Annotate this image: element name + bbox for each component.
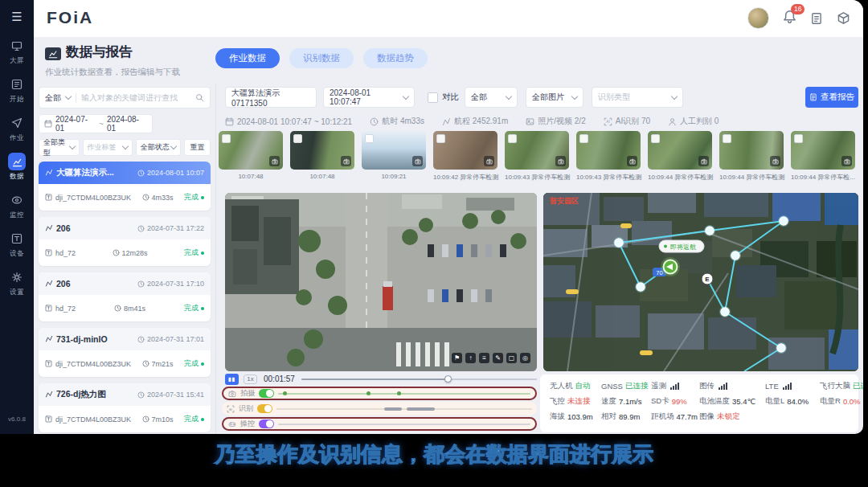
date-range-picker[interactable]: 2024-07-01 ~ 2024-08-01	[39, 114, 153, 133]
tab-recognition-data[interactable]: 识别数据	[289, 48, 354, 68]
filter-images-select[interactable]: 全部图片	[526, 87, 583, 108]
device-icon	[45, 194, 52, 201]
job-name-input[interactable]: 大疆算法演示07171350	[225, 87, 317, 108]
flight-time-select[interactable]: 2024-08-01 10:07:47	[323, 87, 415, 108]
pin-icon[interactable]: ◎	[520, 353, 530, 363]
menu-toggle-icon[interactable]: ☰	[11, 10, 22, 23]
thumbnail-checkbox[interactable]	[436, 134, 445, 143]
thumbnail-checkbox[interactable]	[579, 134, 588, 143]
thumbnail-checkbox[interactable]	[651, 134, 660, 143]
flag-icon[interactable]: ⚑	[452, 353, 462, 363]
telemetry-value: 89.9m	[619, 412, 640, 421]
media-thumbnail[interactable]: 10:09:44 异常停车检测	[648, 131, 712, 182]
app-version: v6.0.8	[0, 415, 34, 423]
telemetry-label: GNSS	[601, 382, 623, 391]
report-icon[interactable]	[810, 12, 823, 25]
track-toggle[interactable]	[259, 389, 274, 398]
track-toggle[interactable]	[259, 419, 274, 428]
thumbnail-time: 10:09:43 异常停车检测	[505, 173, 569, 182]
tab-job-data[interactable]: 作业数据	[215, 48, 280, 68]
filter-tag-select[interactable]: 作业标签	[83, 139, 133, 156]
media-thumbnail[interactable]: 10:09:44 异常停车检...	[791, 131, 855, 182]
chevron-down-icon	[65, 93, 72, 100]
recognition-type-select[interactable]: 识别类型	[592, 87, 683, 108]
media-thumbnail[interactable]: 10:09:44 异常停车检测	[719, 131, 784, 182]
sidebar-item-screen[interactable]: 大屏	[0, 35, 34, 68]
media-thumbnail[interactable]: 10:07:48	[219, 131, 283, 182]
search-type-select[interactable]: 全部	[45, 92, 61, 104]
job-filters: 全部类型 作业标签 全部状态 重置	[39, 139, 211, 156]
media-thumbnail[interactable]: 10:09:43 异常停车检测	[505, 131, 569, 182]
status-dot-icon	[201, 362, 204, 366]
clock-icon	[113, 249, 120, 256]
telemetry-cell: GNSS已连接	[601, 381, 649, 391]
thumbnail-checkbox[interactable]	[508, 134, 517, 143]
app-window: ☰ 大屏开始作业数据监控设备设置 v6.0.8 FOiA 16 数据与报告 作业…	[0, 0, 863, 434]
pause-button[interactable]: ▮▮	[225, 374, 239, 385]
flight-map[interactable]: 70 E 即将返航 普安园区	[543, 193, 858, 371]
player-controls: ▮▮ 1x 00:01:57	[225, 373, 537, 385]
job-card[interactable]: 大疆算法演示...2024-08-01 10:07dji_7CTDM4L00BZ…	[39, 162, 211, 211]
thumbnail-checkbox[interactable]	[293, 134, 302, 143]
sidebar-item-start[interactable]: 开始	[0, 74, 34, 106]
filter-status-select[interactable]: 全部状态	[136, 139, 181, 156]
device-icon	[11, 233, 23, 244]
thumbnail-checkbox[interactable]	[794, 134, 803, 143]
thumbnail-checkbox[interactable]	[365, 134, 374, 143]
media-thumbnails: 10:07:4810:07:4810:09:2110:09:42 异常停车检测1…	[219, 131, 855, 182]
object-search-box[interactable]: 全部 输入对象的关键词进行查找	[39, 87, 211, 108]
notifications-button[interactable]: 16	[783, 10, 796, 27]
edit-icon[interactable]: ✎	[493, 353, 503, 363]
tab-data-trends[interactable]: 数据趋势	[363, 48, 428, 68]
track-timeline	[276, 404, 532, 413]
job-card[interactable]: 726-dj热力图2024-07-31 15:41dji_7CTDM4L00BZ…	[39, 383, 211, 432]
job-status: 完成	[184, 248, 204, 258]
sidebar-item-monitor[interactable]: 监控	[0, 190, 34, 222]
sidebar-item-chart[interactable]: 数据	[0, 151, 34, 183]
job-card[interactable]: 731-dj-minIO2024-07-31 17:01dji_7CTDM4L0…	[39, 328, 211, 377]
filter-all-select[interactable]: 全部	[465, 87, 518, 108]
frame-icon[interactable]: ▢	[506, 353, 517, 363]
job-name: 206	[45, 223, 71, 233]
filter-type-select[interactable]: 全部类型	[39, 139, 80, 156]
job-device: dji_7CTDM4L00BZ3UK	[45, 360, 131, 368]
drone-marker[interactable]	[661, 257, 680, 276]
topbar: FOiA 16	[34, 0, 863, 38]
list-icon[interactable]: ≡	[479, 353, 489, 363]
track-toggle[interactable]	[257, 404, 272, 413]
photo-icon	[526, 117, 534, 126]
thumbnail-time: 10:09:42 异常停车检测	[433, 173, 497, 182]
sidebar-item-gear[interactable]: 设置	[0, 267, 34, 299]
thumbnail-checkbox[interactable]	[723, 134, 731, 143]
media-thumbnail[interactable]: 10:09:42 异常停车检测	[433, 131, 497, 182]
search-input[interactable]: 输入对象的关键词进行查找	[81, 92, 190, 104]
upload-icon[interactable]: ↑	[465, 353, 476, 363]
job-card[interactable]: 2062024-07-31 17:22hd_7212m28s完成	[39, 217, 211, 266]
avatar[interactable]	[747, 7, 769, 29]
slider-handle[interactable]	[444, 375, 452, 383]
thumbnail-checkbox[interactable]	[222, 134, 231, 143]
stat-text: 2024-08-01 10:07:47 ~ 10:12:21	[237, 117, 352, 126]
job-duration: 8m41s	[114, 305, 145, 313]
job-card-header: 2062024-07-31 17:10	[39, 272, 211, 295]
reset-button[interactable]: 重置	[184, 139, 211, 156]
compare-checkbox[interactable]	[428, 92, 438, 103]
speed-button[interactable]: 1x	[244, 374, 257, 384]
job-duration: 7m10s	[142, 415, 174, 424]
media-thumbnail[interactable]: 10:09:21	[362, 131, 426, 182]
camera-badge	[698, 156, 709, 166]
telemetry-label: 飞控	[550, 396, 565, 407]
media-thumbnail[interactable]: 10:07:48	[290, 131, 354, 182]
sidebar-item-device[interactable]: 设备	[0, 228, 34, 260]
job-card[interactable]: 2062024-07-31 17:10hd_728m41s完成	[39, 272, 211, 321]
cube-icon[interactable]	[837, 11, 850, 25]
camera-icon	[629, 158, 636, 165]
video-player[interactable]: ⚑↑≡✎▢◎	[225, 193, 537, 371]
zigzag-icon	[45, 335, 53, 343]
view-report-button[interactable]: 查看报告	[805, 87, 858, 108]
media-thumbnail[interactable]: 10:09:43 异常停车检测	[576, 131, 641, 182]
job-card-header: 731-dj-minIO2024-07-31 17:01	[39, 328, 211, 350]
job-device: hd_72	[45, 249, 76, 257]
sidebar-item-job[interactable]: 作业	[0, 113, 34, 145]
seek-slider[interactable]	[301, 374, 537, 384]
